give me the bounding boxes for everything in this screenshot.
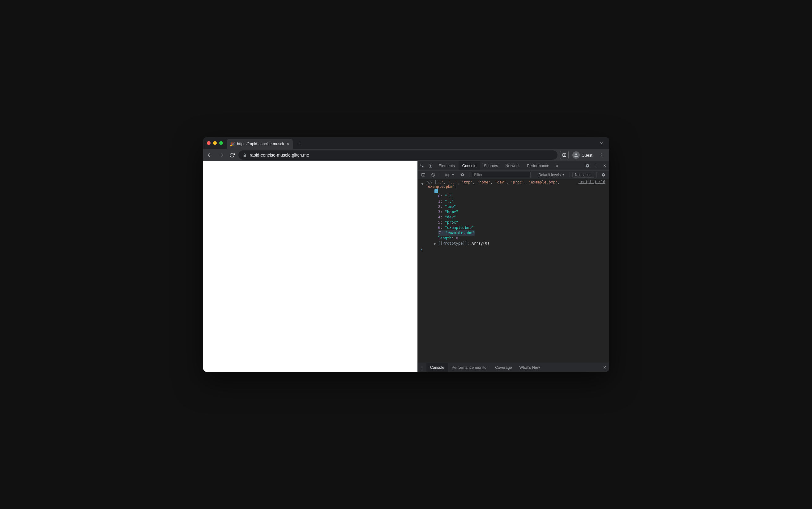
minimize-window-button[interactable] (213, 141, 217, 145)
inspect-element-button[interactable] (418, 161, 427, 170)
tab-console[interactable]: Console (459, 161, 480, 170)
browser-tab[interactable]: 🎉 https://rapid-concise-muscle.g ✕ (227, 139, 293, 149)
console-toolbar: top ▼ Default levels ▼ No Issues (418, 170, 609, 179)
svg-line-11 (432, 174, 434, 176)
profile-label: Guest (582, 153, 592, 158)
page-viewport[interactable] (203, 161, 417, 372)
devtools-settings-button[interactable] (583, 161, 592, 170)
chevron-down-icon: ▼ (562, 173, 565, 176)
reload-button[interactable] (227, 150, 237, 160)
log-levels-selector[interactable]: Default levels ▼ (536, 173, 567, 177)
console-filter-input[interactable] (472, 172, 531, 178)
context-label: top (445, 173, 450, 177)
content-area: Elements Console Sources Network Perform… (203, 161, 609, 372)
devtools-menu-button[interactable]: ⋮ (592, 161, 600, 170)
browser-window: 🎉 https://rapid-concise-muscle.g ✕ ＋ rap… (203, 137, 609, 372)
window-controls (206, 141, 225, 145)
tab-title: https://rapid-concise-muscle.g (237, 142, 284, 146)
url-text: rapid-concise-muscle.glitch.me (250, 152, 309, 158)
svg-point-5 (575, 154, 577, 155)
drawer-close-button[interactable]: ✕ (600, 365, 609, 370)
lock-icon (243, 153, 247, 157)
drawer-tab-perfmon[interactable]: Performance monitor (448, 363, 492, 372)
avatar-icon (572, 151, 580, 159)
devtools-panel: Elements Console Sources Network Perform… (417, 161, 609, 372)
browser-toolbar: rapid-concise-muscle.glitch.me Guest ⋮ (203, 149, 609, 161)
chevron-down-icon: ▼ (451, 173, 454, 176)
tab-elements[interactable]: Elements (435, 161, 459, 170)
tab-network[interactable]: Network (502, 161, 524, 170)
forward-button[interactable] (216, 150, 226, 160)
device-toolbar-button[interactable] (427, 161, 435, 170)
log-entry[interactable]: ▼ (8) ['.', '..', 'tmp', 'home', 'dev', … (418, 179, 609, 247)
tab-sources[interactable]: Sources (480, 161, 502, 170)
favicon-icon: 🎉 (230, 142, 235, 146)
drawer-menu-button[interactable]: ⋮ (418, 365, 427, 370)
browser-menu-button[interactable]: ⋮ (596, 152, 606, 158)
info-icon[interactable]: i (434, 189, 438, 193)
drawer-tab-whatsnew[interactable]: What's New (516, 363, 543, 372)
profile-button[interactable]: Guest (570, 151, 595, 159)
console-output[interactable]: script.js:10 ▼ (8) ['.', '..', 'tmp', 'h… (418, 179, 609, 363)
maximize-window-button[interactable] (219, 141, 223, 145)
devtools-tabs: Elements Console Sources Network Perform… (418, 161, 609, 170)
address-bar[interactable]: rapid-concise-muscle.glitch.me (239, 150, 558, 160)
array-expanded: 0: "."1: ".."2: "tmp"3: "home"4: "dev"5:… (426, 194, 607, 246)
svg-rect-3 (563, 154, 566, 156)
devtools-drawer: ⋮ Console Performance monitor Coverage W… (418, 363, 609, 372)
toolbar-right: Guest ⋮ (559, 151, 607, 159)
tab-strip: 🎉 https://rapid-concise-muscle.g ✕ ＋ (203, 137, 609, 149)
levels-label: Default levels (538, 173, 561, 177)
drawer-tab-coverage[interactable]: Coverage (491, 363, 516, 372)
devtools-close-button[interactable]: ✕ (600, 161, 609, 170)
back-button[interactable] (205, 150, 215, 160)
close-window-button[interactable] (207, 141, 211, 145)
console-sidebar-toggle[interactable] (419, 173, 428, 177)
side-panel-button[interactable] (560, 151, 569, 159)
more-tabs-button[interactable]: » (553, 161, 562, 170)
svg-rect-2 (243, 155, 246, 156)
tab-performance[interactable]: Performance (523, 161, 553, 170)
tab-search-button[interactable] (596, 141, 607, 145)
console-prompt[interactable]: › (418, 247, 609, 252)
console-settings-button[interactable] (599, 173, 608, 177)
live-expression-button[interactable] (458, 172, 467, 177)
new-tab-button[interactable]: ＋ (295, 140, 305, 147)
drawer-tab-console[interactable]: Console (427, 363, 448, 372)
issues-button[interactable]: No Issues (572, 172, 594, 178)
collapse-arrow-icon[interactable]: ▼ (421, 182, 423, 185)
close-tab-button[interactable]: ✕ (286, 141, 290, 146)
execution-context-selector[interactable]: top ▼ (443, 173, 457, 177)
array-summary: (8) ['.', '..', 'tmp', 'home', 'dev', 'p… (426, 180, 560, 189)
clear-console-button[interactable] (429, 173, 438, 177)
